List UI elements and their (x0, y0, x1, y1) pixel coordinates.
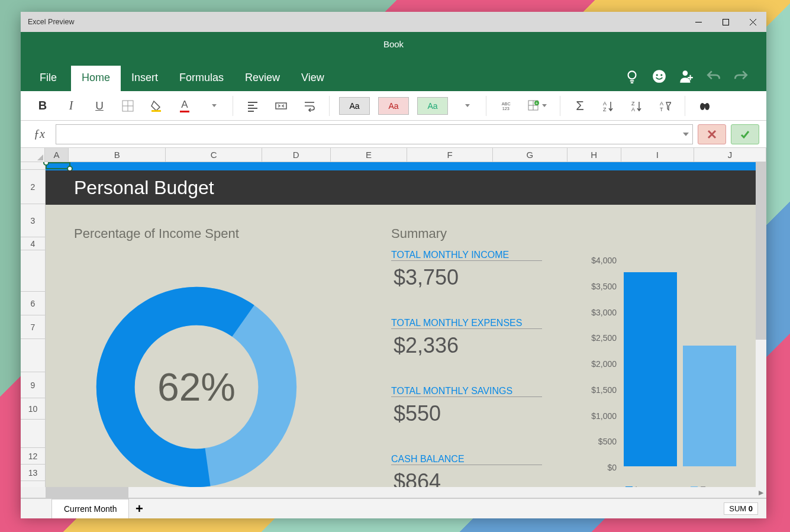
document-title: Book (21, 32, 766, 56)
svg-text:+: + (536, 101, 539, 106)
bar-chart: $4,000$3,500$3,000$2,500$2,000$1,500$1,0… (581, 251, 759, 476)
ytick: $0 (607, 463, 617, 472)
col-A[interactable]: A (45, 148, 69, 162)
svg-point-9 (660, 74, 662, 76)
minimize-button[interactable] (685, 12, 712, 32)
tab-insert[interactable]: Insert (121, 66, 169, 91)
formula-input[interactable] (56, 124, 693, 144)
vertical-scrollbar[interactable] (756, 162, 766, 487)
cell-style-normal[interactable]: Aa (339, 97, 370, 115)
ribbon-header: Book File Home Insert Formulas Review Vi… (21, 32, 766, 91)
autosum-button[interactable]: Σ (570, 96, 590, 116)
titlebar: Excel Preview (21, 12, 766, 32)
share-icon[interactable] (679, 69, 694, 84)
spreadsheet-grid[interactable]: 234679101213 Personal Budget Percentage … (21, 162, 766, 498)
fill-color-button[interactable] (146, 96, 166, 116)
tab-view[interactable]: View (291, 66, 335, 91)
ytick: $500 (598, 437, 617, 446)
redo-icon[interactable] (733, 69, 749, 84)
savings-value: $550 (394, 401, 441, 426)
row-header[interactable] (21, 162, 46, 170)
sheet-content: Personal Budget Percentage of Income Spe… (46, 162, 766, 498)
border-button[interactable] (118, 96, 138, 116)
tab-formulas[interactable]: Formulas (169, 66, 234, 91)
row-header[interactable]: 6 (21, 292, 46, 315)
insert-cells-button[interactable]: + (524, 96, 550, 116)
horizontal-scrollbar[interactable]: ▶ (21, 487, 766, 498)
svg-point-34 (700, 103, 705, 110)
status-sum-value: 0 (749, 504, 753, 513)
row-header[interactable]: 2 (21, 170, 46, 204)
status-sum-label: SUM (729, 504, 746, 513)
row-header[interactable]: 9 (21, 372, 46, 398)
find-button[interactable] (695, 96, 715, 116)
filter-button[interactable]: AT (655, 96, 675, 116)
row-header[interactable]: 3 (21, 204, 46, 237)
svg-rect-19 (276, 103, 286, 109)
ytick: $4,000 (591, 256, 617, 265)
bar-expenses (683, 346, 736, 466)
sort-asc-button[interactable]: AZ (598, 96, 618, 116)
row-header[interactable] (21, 250, 46, 292)
col-C[interactable]: C (166, 148, 262, 162)
align-left-button[interactable] (243, 96, 263, 116)
col-H[interactable]: H (567, 148, 621, 162)
sort-desc-button[interactable]: ZA (627, 96, 647, 116)
svg-text:Z: Z (631, 101, 635, 107)
formula-cancel-button[interactable] (698, 124, 726, 144)
font-dropdown[interactable] (203, 96, 223, 116)
row-header[interactable]: 10 (21, 398, 46, 420)
row-header[interactable]: 4 (21, 237, 46, 250)
lightbulb-icon[interactable] (624, 69, 640, 84)
select-all-corner[interactable] (21, 148, 45, 162)
sheet-tab[interactable]: Current Month (51, 499, 129, 518)
ribbon-tabs: File Home Insert Formulas Review View (21, 56, 766, 91)
close-button[interactable] (739, 12, 766, 32)
svg-point-8 (656, 74, 658, 76)
col-J[interactable]: J (694, 148, 766, 162)
ytick: $2,000 (591, 359, 617, 369)
savings-label: TOTAL MONTHLY SAVINGS (391, 386, 542, 397)
row-header[interactable]: 13 (21, 465, 46, 481)
expenses-label: TOTAL MONTHLY EXPENSES (391, 318, 542, 329)
wrap-text-button[interactable] (299, 96, 320, 116)
col-E[interactable]: E (331, 148, 407, 162)
tab-file[interactable]: File (40, 66, 71, 91)
col-I[interactable]: I (621, 148, 695, 162)
underline-button[interactable]: U (89, 96, 109, 116)
maximize-button[interactable] (712, 12, 739, 32)
tab-home[interactable]: Home (71, 66, 121, 91)
formula-accept-button[interactable] (731, 124, 759, 144)
donut-chart: 62% (90, 280, 303, 494)
pct-label: Percentage of Income Spent (74, 226, 239, 241)
col-F[interactable]: F (407, 148, 493, 162)
row-header[interactable]: 7 (21, 315, 46, 339)
column-headers: A B C D E F G H I J (21, 148, 766, 162)
bold-button[interactable]: B (33, 96, 53, 116)
row-header[interactable] (21, 339, 46, 372)
styles-dropdown[interactable] (456, 96, 476, 116)
font-color-button[interactable]: A (175, 96, 195, 116)
smiley-icon[interactable] (652, 69, 667, 84)
col-B[interactable]: B (69, 148, 166, 162)
cell-style-bad[interactable]: Aa (378, 97, 409, 115)
undo-icon[interactable] (706, 69, 721, 84)
tab-review[interactable]: Review (234, 66, 291, 91)
bar-income (624, 272, 677, 466)
svg-rect-14 (151, 110, 161, 112)
fx-label: ƒx (28, 127, 51, 141)
add-sheet-button[interactable]: + (129, 501, 149, 517)
number-format-button[interactable]: ABC123 (496, 96, 516, 116)
selection-handle-icon[interactable] (43, 162, 49, 166)
row-header[interactable]: 12 (21, 448, 46, 465)
ytick: $3,000 (591, 308, 617, 317)
row-header[interactable] (21, 420, 46, 448)
app-window: Excel Preview Book File Home Insert Form… (21, 12, 766, 515)
italic-button[interactable]: I (61, 96, 81, 116)
col-G[interactable]: G (493, 148, 567, 162)
merge-button[interactable] (271, 96, 291, 116)
cell-style-good[interactable]: Aa (417, 97, 448, 115)
summary-label: Summary (391, 226, 447, 241)
col-D[interactable]: D (262, 148, 331, 162)
ytick: $3,500 (591, 282, 617, 291)
